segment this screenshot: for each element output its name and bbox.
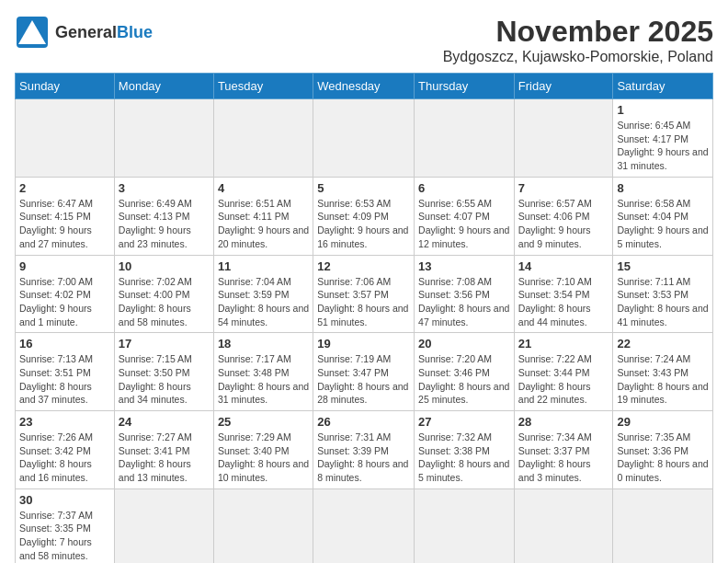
calendar-day: 13Sunrise: 7:08 AM Sunset: 3:56 PM Dayli…	[415, 255, 515, 333]
calendar-week-row: 1Sunrise: 6:45 AM Sunset: 4:17 PM Daylig…	[16, 99, 713, 178]
day-info: Sunrise: 7:02 AM Sunset: 4:00 PM Dayligh…	[119, 275, 210, 329]
day-number: 10	[119, 259, 210, 273]
month-year: November 2025	[443, 15, 713, 49]
header-thursday: Thursday	[415, 74, 515, 99]
day-number: 1	[617, 103, 709, 117]
calendar-header-row: SundayMondayTuesdayWednesdayThursdayFrid…	[16, 74, 713, 99]
calendar-day: 6Sunrise: 6:55 AM Sunset: 4:07 PM Daylig…	[415, 177, 515, 255]
day-info: Sunrise: 7:31 AM Sunset: 3:39 PM Dayligh…	[317, 431, 410, 485]
calendar-day: 14Sunrise: 7:10 AM Sunset: 3:54 PM Dayli…	[514, 255, 613, 333]
calendar-day: 3Sunrise: 6:49 AM Sunset: 4:13 PM Daylig…	[114, 177, 213, 255]
calendar-day: 19Sunrise: 7:19 AM Sunset: 3:47 PM Dayli…	[313, 333, 415, 411]
calendar-day: 17Sunrise: 7:15 AM Sunset: 3:50 PM Dayli…	[114, 333, 213, 411]
calendar-day	[613, 488, 713, 563]
calendar-day	[16, 99, 115, 178]
calendar-day: 11Sunrise: 7:04 AM Sunset: 3:59 PM Dayli…	[213, 255, 313, 333]
calendar-week-row: 30Sunrise: 7:37 AM Sunset: 3:35 PM Dayli…	[16, 488, 713, 563]
calendar-day: 5Sunrise: 6:53 AM Sunset: 4:09 PM Daylig…	[313, 177, 415, 255]
day-number: 21	[518, 337, 609, 350]
day-info: Sunrise: 6:47 AM Sunset: 4:15 PM Dayligh…	[19, 197, 110, 251]
calendar-day	[114, 99, 213, 178]
day-info: Sunrise: 7:08 AM Sunset: 3:56 PM Dayligh…	[418, 275, 510, 329]
page-header: GeneralBlue November 2025 Bydgoszcz, Kuj…	[15, 15, 713, 65]
day-number: 18	[218, 337, 309, 350]
day-number: 3	[119, 181, 210, 195]
day-info: Sunrise: 7:00 AM Sunset: 4:02 PM Dayligh…	[19, 275, 110, 329]
calendar-day: 8Sunrise: 6:58 AM Sunset: 4:04 PM Daylig…	[613, 177, 713, 255]
calendar-day: 4Sunrise: 6:51 AM Sunset: 4:11 PM Daylig…	[213, 177, 313, 255]
calendar-week-row: 23Sunrise: 7:26 AM Sunset: 3:42 PM Dayli…	[16, 411, 713, 489]
header-sunday: Sunday	[16, 74, 115, 99]
calendar-day	[114, 488, 213, 563]
header-saturday: Saturday	[613, 74, 713, 99]
day-number: 19	[317, 337, 410, 350]
day-info: Sunrise: 7:32 AM Sunset: 3:38 PM Dayligh…	[418, 431, 510, 485]
day-number: 20	[418, 337, 510, 350]
calendar-day	[213, 99, 313, 178]
calendar-day: 24Sunrise: 7:27 AM Sunset: 3:41 PM Dayli…	[114, 411, 213, 489]
day-info: Sunrise: 6:45 AM Sunset: 4:17 PM Dayligh…	[617, 119, 709, 173]
day-info: Sunrise: 7:19 AM Sunset: 3:47 PM Dayligh…	[317, 352, 410, 407]
day-info: Sunrise: 7:35 AM Sunset: 3:36 PM Dayligh…	[617, 431, 709, 485]
calendar-day: 30Sunrise: 7:37 AM Sunset: 3:35 PM Dayli…	[16, 488, 115, 563]
calendar-day: 12Sunrise: 7:06 AM Sunset: 3:57 PM Dayli…	[313, 255, 415, 333]
calendar-day: 7Sunrise: 6:57 AM Sunset: 4:06 PM Daylig…	[514, 177, 613, 255]
calendar-day	[415, 488, 515, 563]
header-monday: Monday	[114, 74, 213, 99]
day-number: 26	[317, 415, 410, 429]
day-info: Sunrise: 7:06 AM Sunset: 3:57 PM Dayligh…	[317, 275, 410, 329]
calendar-week-row: 2Sunrise: 6:47 AM Sunset: 4:15 PM Daylig…	[16, 177, 713, 255]
day-number: 15	[617, 259, 709, 273]
calendar-week-row: 9Sunrise: 7:00 AM Sunset: 4:02 PM Daylig…	[16, 255, 713, 333]
day-info: Sunrise: 6:51 AM Sunset: 4:11 PM Dayligh…	[218, 197, 309, 251]
logo-icon	[15, 15, 50, 50]
calendar-day: 21Sunrise: 7:22 AM Sunset: 3:44 PM Dayli…	[514, 333, 613, 411]
day-number: 17	[119, 337, 210, 350]
day-number: 14	[518, 259, 609, 273]
day-number: 5	[317, 181, 410, 195]
calendar-day	[415, 99, 515, 178]
day-info: Sunrise: 7:27 AM Sunset: 3:41 PM Dayligh…	[119, 431, 210, 485]
calendar-week-row: 16Sunrise: 7:13 AM Sunset: 3:51 PM Dayli…	[16, 333, 713, 411]
calendar-day: 25Sunrise: 7:29 AM Sunset: 3:40 PM Dayli…	[213, 411, 313, 489]
day-number: 27	[418, 415, 510, 429]
calendar-day: 16Sunrise: 7:13 AM Sunset: 3:51 PM Dayli…	[16, 333, 115, 411]
day-number: 12	[317, 259, 410, 273]
day-number: 30	[19, 493, 110, 507]
day-info: Sunrise: 7:29 AM Sunset: 3:40 PM Dayligh…	[218, 431, 309, 485]
logo-blue: Blue	[117, 23, 153, 41]
day-info: Sunrise: 6:57 AM Sunset: 4:06 PM Dayligh…	[518, 197, 609, 251]
day-number: 4	[218, 181, 309, 195]
day-info: Sunrise: 7:15 AM Sunset: 3:50 PM Dayligh…	[119, 352, 210, 407]
day-info: Sunrise: 6:55 AM Sunset: 4:07 PM Dayligh…	[418, 197, 510, 251]
calendar-day: 29Sunrise: 7:35 AM Sunset: 3:36 PM Dayli…	[613, 411, 713, 489]
day-number: 22	[617, 337, 709, 350]
calendar-day	[313, 488, 415, 563]
calendar-day	[213, 488, 313, 563]
day-info: Sunrise: 7:17 AM Sunset: 3:48 PM Dayligh…	[218, 352, 309, 407]
day-number: 7	[518, 181, 609, 195]
logo-text-block: GeneralBlue	[55, 23, 153, 42]
location: Bydgoszcz, Kujawsko-Pomorskie, Poland	[443, 49, 713, 65]
calendar-day	[514, 99, 613, 178]
day-number: 25	[218, 415, 309, 429]
day-number: 9	[19, 259, 110, 273]
calendar-day: 10Sunrise: 7:02 AM Sunset: 4:00 PM Dayli…	[114, 255, 213, 333]
day-info: Sunrise: 7:04 AM Sunset: 3:59 PM Dayligh…	[218, 275, 309, 329]
day-number: 16	[19, 337, 110, 350]
day-info: Sunrise: 7:26 AM Sunset: 3:42 PM Dayligh…	[19, 431, 110, 485]
day-number: 29	[617, 415, 709, 429]
day-number: 13	[418, 259, 510, 273]
calendar-day: 22Sunrise: 7:24 AM Sunset: 3:43 PM Dayli…	[613, 333, 713, 411]
calendar-day: 23Sunrise: 7:26 AM Sunset: 3:42 PM Dayli…	[16, 411, 115, 489]
calendar-day: 9Sunrise: 7:00 AM Sunset: 4:02 PM Daylig…	[16, 255, 115, 333]
day-info: Sunrise: 6:53 AM Sunset: 4:09 PM Dayligh…	[317, 197, 410, 251]
day-number: 24	[119, 415, 210, 429]
day-number: 8	[617, 181, 709, 195]
day-number: 6	[418, 181, 510, 195]
calendar-day	[514, 488, 613, 563]
day-info: Sunrise: 7:37 AM Sunset: 3:35 PM Dayligh…	[19, 509, 110, 563]
day-info: Sunrise: 7:13 AM Sunset: 3:51 PM Dayligh…	[19, 352, 110, 407]
day-number: 28	[518, 415, 609, 429]
header-friday: Friday	[514, 74, 613, 99]
